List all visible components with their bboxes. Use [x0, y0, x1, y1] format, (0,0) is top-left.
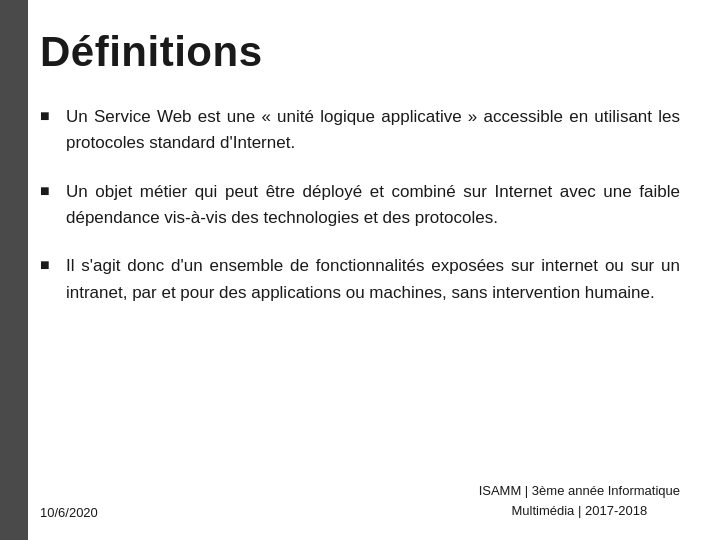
footer-info: ISAMM | 3ème année Informatique Multiméd… — [479, 481, 680, 520]
bullet-text-2: Un objet métier qui peut être déployé et… — [66, 179, 680, 232]
bullet-text-3: Il s'agit donc d'un ensemble de fonction… — [66, 253, 680, 306]
bullet-item-1: ■ Un Service Web est une « unité logique… — [40, 104, 680, 157]
footer-info-line1: ISAMM | 3ème année Informatique — [479, 483, 680, 498]
bullet-list: ■ Un Service Web est une « unité logique… — [40, 104, 680, 471]
bullet-marker-1: ■ — [40, 107, 52, 125]
slide-container: Définitions ■ Un Service Web est une « u… — [0, 0, 720, 540]
bullet-item-2: ■ Un objet métier qui peut être déployé … — [40, 179, 680, 232]
footer: 10/6/2020 ISAMM | 3ème année Informatiqu… — [40, 471, 680, 520]
footer-info-line2: Multimédia | 2017-2018 — [512, 503, 648, 518]
bullet-marker-2: ■ — [40, 182, 52, 200]
footer-date: 10/6/2020 — [40, 505, 98, 520]
bullet-marker-3: ■ — [40, 256, 52, 274]
slide-title: Définitions — [40, 28, 680, 76]
bullet-item-3: ■ Il s'agit donc d'un ensemble de foncti… — [40, 253, 680, 306]
bullet-text-1: Un Service Web est une « unité logique a… — [66, 104, 680, 157]
left-accent-bar — [0, 0, 28, 540]
